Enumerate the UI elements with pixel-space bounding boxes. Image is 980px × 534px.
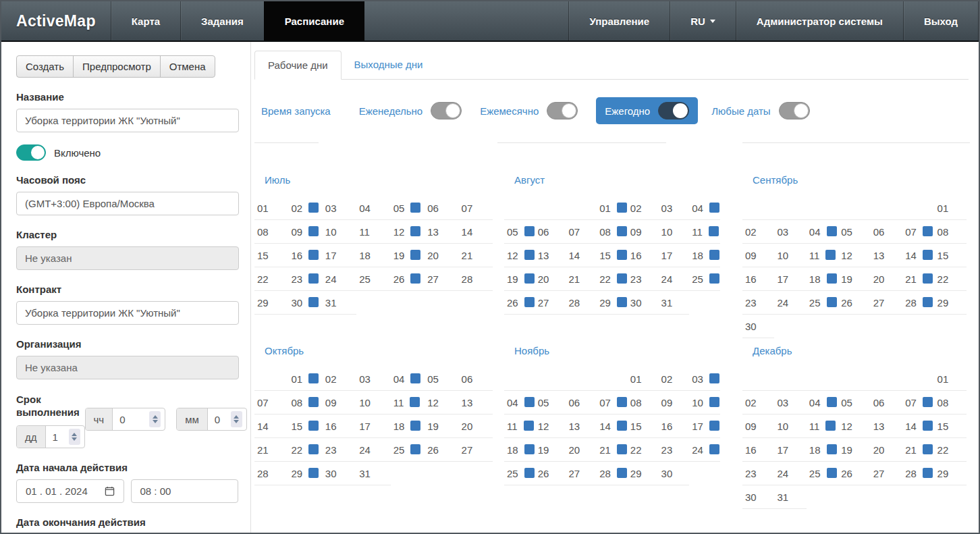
enabled-toggle[interactable] [16, 144, 46, 161]
day-checkbox[interactable] [617, 297, 627, 307]
day-checkbox[interactable] [709, 373, 719, 383]
contract-input[interactable] [16, 301, 239, 325]
day-number: 16 [745, 444, 757, 456]
day-checkbox[interactable] [308, 297, 319, 307]
day-checkbox[interactable] [308, 273, 319, 284]
day-checkbox[interactable] [308, 373, 319, 383]
tab-weekend-days[interactable]: Выходные дни [342, 51, 436, 79]
stepper-down-icon[interactable] [153, 420, 158, 423]
day-checkbox[interactable] [308, 468, 319, 478]
day-checkbox[interactable] [410, 273, 420, 284]
nav-tab-map[interactable]: Карта [111, 1, 180, 41]
stepper-down-icon[interactable] [72, 437, 77, 441]
day-checkbox[interactable] [923, 397, 933, 407]
day-checkbox[interactable] [827, 444, 837, 454]
day-cell: 04 [356, 196, 390, 220]
minutes-input[interactable]: 0 [208, 408, 231, 430]
day-checkbox[interactable] [709, 444, 719, 454]
day-checkbox[interactable] [827, 273, 837, 284]
day-checkbox[interactable] [827, 468, 837, 478]
stepper-down-icon[interactable] [234, 420, 239, 423]
day-checkbox[interactable] [524, 421, 534, 431]
day-checkbox[interactable] [709, 397, 719, 407]
stepper-up-icon[interactable] [72, 433, 77, 436]
start-time-input[interactable]: 08 : 00 [131, 479, 239, 503]
day-checkbox[interactable] [524, 444, 535, 454]
day-checkbox[interactable] [827, 397, 837, 407]
day-checkbox[interactable] [827, 297, 837, 307]
day-checkbox[interactable] [617, 226, 627, 236]
day-checkbox[interactable] [410, 397, 420, 407]
day-checkbox[interactable] [923, 444, 933, 454]
day-checkbox[interactable] [308, 444, 319, 454]
day-checkbox[interactable] [410, 421, 420, 431]
day-checkbox[interactable] [923, 273, 933, 284]
day-checkbox[interactable] [827, 226, 837, 236]
day-checkbox[interactable] [308, 250, 319, 260]
toggle-yearly[interactable] [658, 102, 689, 119]
stepper-up-icon[interactable] [234, 415, 239, 419]
minutes-stepper[interactable] [231, 411, 242, 427]
stepper-up-icon[interactable] [153, 415, 158, 419]
cancel-button[interactable]: Отмена [160, 55, 215, 78]
calendar-icon[interactable] [105, 486, 115, 496]
day-checkbox[interactable] [825, 421, 836, 431]
day-checkbox[interactable] [923, 468, 933, 478]
day-checkbox[interactable] [709, 421, 719, 431]
day-cell: 07 [254, 391, 288, 415]
day-number: 04 [507, 397, 518, 408]
day-checkbox[interactable] [524, 226, 535, 236]
day-checkbox[interactable] [709, 250, 719, 260]
nav-item-user[interactable]: Администратор системы [736, 1, 903, 41]
day-checkbox[interactable] [617, 421, 627, 431]
day-checkbox[interactable] [617, 444, 627, 454]
nav-tab-schedule[interactable]: Расписание [264, 1, 364, 41]
day-checkbox[interactable] [524, 397, 535, 407]
toggle-weekly[interactable] [431, 102, 462, 119]
toggle-monthly[interactable] [547, 102, 578, 119]
day-checkbox[interactable] [709, 273, 719, 284]
day-checkbox[interactable] [410, 203, 420, 213]
day-checkbox[interactable] [617, 250, 627, 260]
day-checkbox[interactable] [709, 203, 719, 213]
toggle-anydates[interactable] [779, 102, 810, 119]
day-checkbox[interactable] [308, 226, 319, 236]
day-checkbox[interactable] [825, 250, 836, 260]
name-input[interactable] [16, 109, 239, 132]
day-checkbox[interactable] [410, 444, 420, 454]
day-checkbox[interactable] [923, 297, 933, 307]
nav-item-management[interactable]: Управление [568, 1, 670, 41]
days-input[interactable]: 1 [46, 426, 69, 448]
day-checkbox[interactable] [617, 397, 627, 407]
tab-working-days[interactable]: Рабочие дни [254, 51, 342, 80]
month-september: Сентябрь01020304050607080910111213141516… [742, 174, 967, 338]
hours-input[interactable]: 0 [113, 408, 149, 430]
create-button[interactable]: Создать [16, 55, 74, 78]
day-checkbox[interactable] [308, 421, 319, 431]
start-date-input[interactable]: 01 . 01 . 2024 [16, 479, 124, 503]
day-checkbox[interactable] [524, 250, 535, 260]
day-checkbox[interactable] [410, 250, 420, 260]
timezone-input[interactable] [16, 192, 239, 215]
day-checkbox[interactable] [923, 250, 933, 260]
day-checkbox[interactable] [410, 373, 420, 383]
day-checkbox[interactable] [617, 468, 627, 478]
days-stepper[interactable] [69, 429, 80, 445]
day-checkbox[interactable] [617, 203, 627, 213]
day-checkbox[interactable] [308, 397, 319, 407]
day-checkbox[interactable] [524, 273, 535, 284]
day-checkbox[interactable] [524, 297, 535, 307]
day-number: 10 [692, 397, 703, 408]
day-checkbox[interactable] [410, 226, 420, 236]
preview-button[interactable]: Предпросмотр [73, 55, 161, 78]
nav-tab-tasks[interactable]: Задания [180, 1, 264, 41]
day-checkbox[interactable] [617, 273, 627, 284]
day-checkbox[interactable] [923, 226, 933, 236]
day-checkbox[interactable] [709, 226, 719, 236]
nav-item-language[interactable]: RU [670, 1, 736, 41]
day-checkbox[interactable] [308, 203, 319, 213]
day-checkbox[interactable] [923, 421, 933, 431]
nav-item-logout[interactable]: Выход [903, 1, 979, 41]
day-checkbox[interactable] [524, 468, 535, 478]
hours-stepper[interactable] [149, 411, 161, 427]
